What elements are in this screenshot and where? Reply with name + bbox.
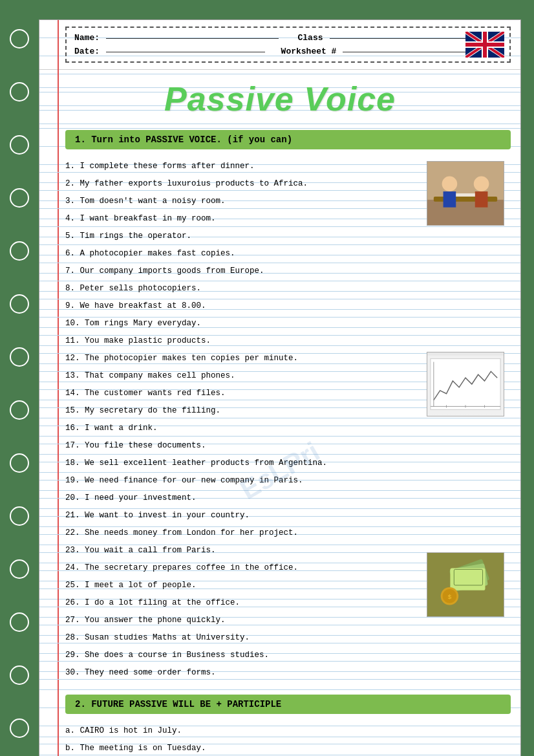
uk-flag [465,32,504,58]
svg-rect-19 [450,568,485,590]
worksheet-body: EsLPri Name: Class Date: Worksheet # [39,19,521,756]
money-image: $ [427,552,504,617]
header-box: Name: Class Date: Worksheet # [65,27,511,63]
circle-11 [10,559,29,579]
list-item: 26. I do a lot filing at the office. [65,594,420,612]
circle-8 [10,400,29,420]
section2-content: a. CAIRO is hot in July.b. The meeting i… [39,719,520,756]
list-item: 6. A photocopier makes fast copies. [65,245,420,263]
section1-content: 1. I complete these forms after dinner.2… [39,155,520,685]
worksheet-label: Worksheet # [281,47,337,56]
list-item: 17. You file these documents. [65,437,420,455]
circle-9 [10,453,29,473]
svg-point-6 [474,176,489,191]
list-item: 2. My father exports luxuroius products … [65,175,420,193]
chart-image [427,352,504,416]
list-item: 29. She does a course in Business studie… [65,647,420,664]
list-item: 14. The customer wants red files. [65,385,420,402]
title-section: Passive Voice [39,70,520,125]
list-item: 3. Tom doesn't want a noisy room. [65,193,420,210]
svg-rect-7 [475,191,488,208]
list-item: 8. Peter sells photocopiers. [65,280,420,297]
circle-6 [10,294,29,314]
list-item: 27. You answer the phone quickly. [65,612,420,629]
list-item: 21. We want to invest in your country. [65,507,420,524]
circle-1 [10,29,29,49]
list-item: 25. I meet a lot of people. [65,577,420,594]
images-column: $ [427,158,511,682]
circle-10 [10,506,29,526]
circle-5 [10,241,29,261]
svg-rect-8 [456,193,475,197]
svg-point-4 [442,176,458,191]
date-line [106,52,265,52]
list-item: b. The meeting is on Tuesday. [65,740,511,756]
circle-2 [10,82,29,102]
list-item: 11. You make plastic products. [65,332,420,350]
list-item: 18. We sell excellent leather products f… [65,455,420,472]
class-label: Class [298,33,323,43]
circle-7 [10,347,29,367]
section1-header: 1. Turn into PASSIVE VOICE. (if you can) [65,130,511,149]
list-item: 24. The secretary prepares coffee in the… [65,559,420,577]
list-item: 16. I want a drink. [65,420,420,437]
date-label: Date: [74,47,100,56]
page-title: Passive Voice [164,80,396,118]
list-item: 4. I want breakfast in my room. [65,210,420,228]
section2-header: 2. FUTURE PASSIVE WILL BE + PARTICIPLE [65,695,511,714]
list-item: 23. You wait a call from Paris. [65,542,420,559]
list-item: 9. We have breakfast at 8.00. [65,297,420,315]
list-item: 19. We need finance for our new company … [65,472,420,490]
circle-4 [10,188,29,208]
list-item: 5. Tim rings the operator. [65,228,420,245]
name-line [106,38,278,39]
list-item: 13. That company makes cell phones. [65,367,420,385]
sentences-list: 1. I complete these forms after dinner.2… [65,158,420,682]
svg-rect-2 [427,200,504,225]
list-item: 20. I need your investment. [65,490,420,507]
name-label: Name: [74,33,100,43]
list-item: 22. She needs money from London for her … [65,524,420,542]
circle-3 [10,135,29,155]
svg-text:$: $ [447,594,451,601]
list-item: a. CAIRO is hot in July. [65,722,511,740]
circle-14 [10,718,29,738]
list-item: 1. I complete these forms after dinner. [65,158,420,175]
circle-13 [10,665,29,685]
exercise-area: 1. I complete these forms after dinner.2… [65,158,511,682]
svg-rect-3 [434,197,497,202]
date-row: Date: Worksheet # [74,47,502,56]
list-item: 12. The photocopier makes ten copies per… [65,350,420,367]
list-item: 15. My secretary do the filling. [65,402,420,420]
svg-rect-10 [431,359,500,410]
list-item: 28. Susan studies Maths at University. [65,629,420,647]
list-item: 30. They need some order forms. [65,664,420,682]
list-item: 7. Our company imports goods from Europe… [65,263,420,280]
business-image [427,161,504,226]
svg-rect-5 [443,191,456,208]
list-item: 10. Tom rings Mary everyday. [65,315,420,332]
circle-12 [10,612,29,632]
header-section: Name: Class Date: Worksheet # [39,20,520,70]
name-row: Name: Class [74,33,502,43]
circles-column [0,19,39,756]
